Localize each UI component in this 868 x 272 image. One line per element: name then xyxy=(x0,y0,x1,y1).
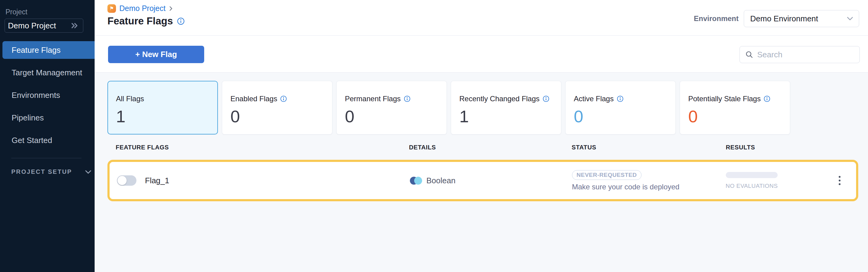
sidebar-nav: Feature Flags Target Management Environm… xyxy=(0,41,95,154)
status-badge: NEVER-REQUESTED xyxy=(572,170,642,180)
new-flag-button[interactable]: + New Flag xyxy=(108,46,204,63)
card-label: Recently Changed Flags xyxy=(459,95,539,103)
flag-toggle-off[interactable] xyxy=(117,175,136,186)
flag-details-cell: Boolean xyxy=(410,176,455,185)
results-text: NO EVALUATIONS xyxy=(726,183,778,190)
sidebar-item-target-management[interactable]: Target Management xyxy=(0,64,95,81)
evaluations-bar-placeholder xyxy=(726,172,778,178)
card-potentially-stale-flags[interactable]: Potentially Stale Flags 0 xyxy=(680,81,790,134)
project-setup-label: PROJECT SETUP xyxy=(11,168,72,175)
card-enabled-flags[interactable]: Enabled Flags 0 xyxy=(222,81,332,134)
card-value: 1 xyxy=(459,106,561,126)
toggle-knob xyxy=(118,176,127,185)
card-value: 0 xyxy=(574,106,675,126)
project-selector[interactable]: Demo Project xyxy=(5,19,83,33)
info-icon[interactable] xyxy=(764,96,770,102)
flag-name: Flag_1 xyxy=(145,176,169,185)
page-title: Feature Flags xyxy=(107,15,173,27)
flag-type: Boolean xyxy=(426,176,455,185)
sidebar-item-feature-flags[interactable]: Feature Flags xyxy=(2,41,95,59)
info-icon[interactable] xyxy=(617,96,623,102)
flag-status-cell: NEVER-REQUESTED Make sure your code is d… xyxy=(572,162,679,199)
card-active-flags[interactable]: Active Flags 0 xyxy=(565,81,676,134)
info-icon[interactable] xyxy=(280,96,287,102)
breadcrumb: ⚑ Demo Project xyxy=(107,4,173,13)
card-value: 0 xyxy=(688,106,790,126)
card-permanent-flags[interactable]: Permanent Flags 0 xyxy=(336,81,447,134)
column-header-feature-flags: FEATURE FLAGS xyxy=(116,144,169,151)
column-header-status: STATUS xyxy=(572,144,596,151)
card-value: 0 xyxy=(230,106,332,126)
sidebar-item-pipelines[interactable]: Pipelines xyxy=(0,109,95,127)
info-icon[interactable] xyxy=(404,96,410,102)
card-all-flags[interactable]: All Flags 1 xyxy=(107,81,218,134)
search-box[interactable] xyxy=(740,46,860,63)
info-icon[interactable] xyxy=(177,18,185,25)
project-selector-value: Demo Project xyxy=(8,21,71,31)
breadcrumb-project-link[interactable]: Demo Project xyxy=(119,4,165,13)
search-icon xyxy=(745,50,753,59)
info-icon[interactable] xyxy=(542,96,549,102)
chevron-down-icon xyxy=(85,170,92,174)
chevron-right-icon xyxy=(169,5,173,11)
toolbar: + New Flag xyxy=(95,36,868,73)
card-label: Enabled Flags xyxy=(230,95,277,103)
boolean-type-icon xyxy=(410,176,422,184)
card-label: All Flags xyxy=(116,95,144,103)
stat-cards: All Flags 1 Enabled Flags 0 Permanent F xyxy=(107,81,790,134)
environment-label: Environment xyxy=(694,14,739,23)
card-value: 1 xyxy=(116,106,217,126)
table-row-flag-1[interactable]: Flag_1 Boolean NEVER-REQUESTED Make sure… xyxy=(107,160,858,201)
card-recently-changed-flags[interactable]: Recently Changed Flags 1 xyxy=(451,81,561,134)
project-label: Project xyxy=(5,8,28,16)
sidebar-divider xyxy=(11,158,82,158)
sidebar-item-get-started[interactable]: Get Started xyxy=(0,131,95,149)
sidebar-project-setup[interactable]: PROJECT SETUP xyxy=(11,168,92,175)
environment-select-value: Demo Environment xyxy=(750,14,847,24)
content-area: All Flags 1 Enabled Flags 0 Permanent F xyxy=(95,73,868,272)
page-header: ⚑ Demo Project Feature Flags Environment… xyxy=(95,0,868,36)
column-header-results: RESULTS xyxy=(726,144,755,151)
search-input[interactable] xyxy=(757,50,849,60)
card-label: Potentially Stale Flags xyxy=(688,95,761,103)
sidebar-item-environments[interactable]: Environments xyxy=(0,86,95,104)
double-chevron-right-icon xyxy=(71,22,79,29)
sidebar: Project Demo Project Feature Flags Targe… xyxy=(0,0,95,272)
card-label: Permanent Flags xyxy=(345,95,401,103)
feature-flags-module-icon: ⚑ xyxy=(107,4,116,13)
environment-select[interactable]: Demo Environment xyxy=(744,10,859,27)
status-text: Make sure your code is deployed xyxy=(572,183,679,191)
card-label: Active Flags xyxy=(574,95,614,103)
main-area: ⚑ Demo Project Feature Flags Environment… xyxy=(95,0,868,272)
column-header-details: DETAILS xyxy=(409,144,436,151)
chevron-down-icon xyxy=(847,16,854,21)
card-value: 0 xyxy=(345,106,446,126)
flag-results-cell: NO EVALUATIONS xyxy=(726,162,778,199)
row-options-menu-icon[interactable] xyxy=(835,172,844,189)
